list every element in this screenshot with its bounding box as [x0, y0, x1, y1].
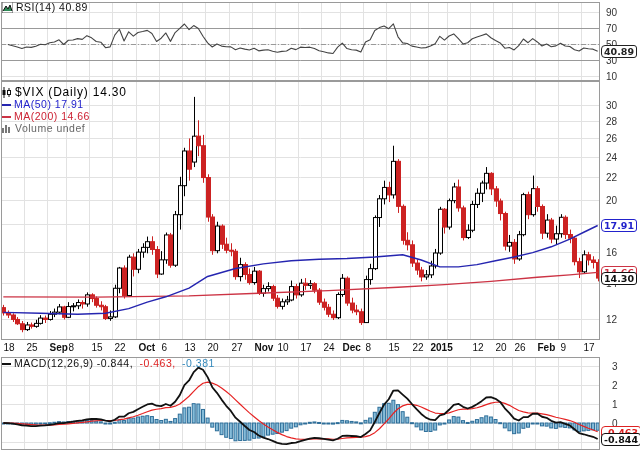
x-axis-label: 10	[278, 342, 289, 353]
ma50-legend-label: MA(50) 17.91	[14, 99, 84, 110]
volume-bars-icon	[2, 124, 12, 133]
x-axis-label: 26	[515, 342, 526, 353]
candlestick-icon	[2, 87, 12, 98]
macd-axis-label: 2	[612, 380, 634, 391]
chart-canvas	[0, 0, 640, 453]
macd-legend-label: MACD(12,26,9) -0.844,	[14, 358, 133, 369]
x-axis-label: Dec	[343, 342, 361, 353]
x-axis-label: 6	[162, 342, 168, 353]
macd-hist-label: -0.381	[179, 358, 215, 369]
price-axis-label: 20	[606, 195, 628, 206]
volume-legend-label: Volume undef	[15, 123, 85, 134]
x-axis-label: 17	[301, 342, 312, 353]
axis-callout: 17.91	[601, 219, 637, 232]
price-axis-label: 30	[606, 100, 628, 111]
x-axis-label: 22	[115, 342, 126, 353]
symbol-legend-label: $VIX (Daily) 14.30	[15, 85, 127, 99]
sparkline-icon	[2, 2, 13, 13]
rsi-legend: RSI(14) 40.89	[2, 2, 88, 13]
x-axis-label: Sep	[50, 342, 68, 353]
rsi-legend-label: RSI(14) 40.89	[16, 2, 88, 13]
x-axis-label: 20	[208, 342, 219, 353]
volume-legend: Volume undef	[2, 123, 85, 134]
macd-axis-label: 3	[612, 361, 634, 372]
x-axis-label: 8	[69, 342, 75, 353]
x-axis-label: 25	[27, 342, 38, 353]
ma200-legend: MA(200) 14.66	[2, 111, 90, 122]
price-axis-label: 22	[606, 172, 628, 183]
x-axis-label: 20	[496, 342, 507, 353]
x-axis-label: 13	[185, 342, 196, 353]
axis-callout: 40.89	[601, 45, 637, 58]
ma50-legend: MA(50) 17.91	[2, 99, 84, 110]
ma200-legend-label: MA(200) 14.66	[14, 111, 90, 122]
price-axis-label: 12	[606, 314, 628, 325]
x-axis-label: 22	[413, 342, 424, 353]
x-axis-label: Nov	[255, 342, 274, 353]
x-axis-label: 15	[389, 342, 400, 353]
x-axis-label: 18	[4, 342, 15, 353]
stockchart-window: RSI(14) 40.89 $VIX (Daily) 14.30 MA(50) …	[0, 0, 640, 453]
macd-legend: MACD(12,26,9) -0.844, -0.463, -0.381	[2, 358, 215, 369]
price-axis-label: 24	[606, 152, 628, 163]
x-axis-label: 17	[584, 342, 595, 353]
axis-callout: 14.30	[601, 272, 637, 285]
x-axis-label: Oct	[139, 342, 156, 353]
x-axis-label: Feb	[538, 342, 556, 353]
price-axis-label: 16	[606, 247, 628, 258]
macd-line-swatch	[2, 363, 11, 365]
x-axis-label: 9	[561, 342, 567, 353]
macd-signal-label: -0.463,	[136, 358, 176, 369]
x-axis-label: 8	[366, 342, 372, 353]
ma50-line-swatch	[2, 104, 11, 106]
price-axis-label: 26	[606, 133, 628, 144]
axis-callout: -0.844	[601, 433, 640, 446]
macd-axis-label: 1	[612, 399, 634, 410]
x-axis-label: 27	[232, 342, 243, 353]
x-axis-label: 24	[324, 342, 335, 353]
rsi-axis-label: 10	[606, 71, 628, 82]
rsi-axis-label: 90	[606, 7, 628, 18]
x-axis-label: 2015	[431, 342, 453, 353]
ma200-line-swatch	[2, 116, 11, 118]
rsi-axis-label: 70	[606, 23, 628, 34]
x-axis-label: 12	[473, 342, 484, 353]
symbol-legend: $VIX (Daily) 14.30	[2, 85, 127, 99]
x-axis-label: 15	[92, 342, 103, 353]
price-axis-label: 28	[606, 116, 628, 127]
